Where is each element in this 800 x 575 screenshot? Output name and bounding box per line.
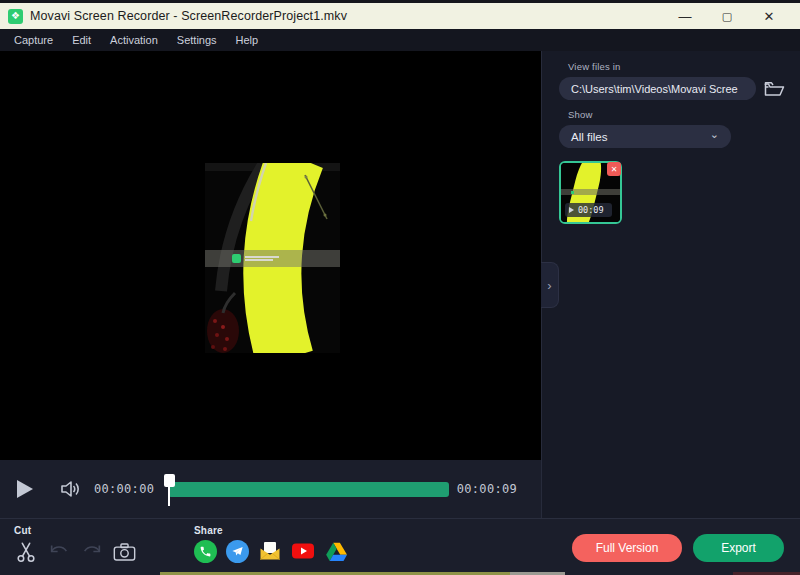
video-preview-canvas — [0, 51, 541, 460]
youtube-icon[interactable] — [291, 539, 315, 563]
export-button[interactable]: Export — [693, 534, 784, 562]
playhead[interactable] — [164, 474, 175, 506]
player-column: 00:00:00 00:00:09 › — [0, 51, 542, 518]
chevron-right-icon: › — [547, 279, 551, 292]
redo-button[interactable] — [80, 540, 103, 563]
sidebar-collapse-handle[interactable]: › — [541, 262, 559, 308]
thumbnail-watermark — [561, 189, 620, 195]
watermark-logo-icon — [232, 254, 241, 263]
watermark-text-lines — [245, 254, 279, 263]
play-button[interactable] — [16, 479, 34, 499]
progress-bar[interactable] — [168, 482, 449, 497]
open-folder-icon[interactable] — [764, 80, 785, 98]
files-sidebar: View files in C:\Users\tim\Videos\Movavi… — [542, 51, 799, 518]
app-window: ❖ Movavi Screen Recorder - ScreenRecorde… — [0, 0, 800, 575]
clip-thumbnail[interactable]: ✕ 00:09 — [559, 161, 622, 224]
undo-button[interactable] — [47, 540, 70, 563]
current-time: 00:00:00 — [94, 482, 154, 496]
clip-duration-badge: 00:09 — [565, 203, 612, 217]
total-time: 00:00:09 — [457, 482, 517, 496]
menu-settings[interactable]: Settings — [177, 34, 217, 46]
menu-capture[interactable]: Capture — [14, 34, 53, 46]
edit-tools-group: Cut — [14, 525, 136, 563]
whatsapp-icon[interactable] — [194, 540, 217, 563]
playback-controls: 00:00:00 00:00:09 — [0, 460, 541, 518]
timeline[interactable] — [166, 482, 449, 497]
remove-clip-button[interactable]: ✕ — [607, 162, 621, 176]
play-badge-icon — [569, 207, 574, 213]
menu-help[interactable]: Help — [236, 34, 259, 46]
folder-path-value: C:\Users\tim\Videos\Movavi Scree — [571, 83, 738, 95]
window-controls: — ▢ ✕ — [664, 5, 790, 28]
screenshot-camera-button[interactable] — [113, 540, 136, 563]
menu-bar: Capture Edit Activation Settings Help — [0, 29, 800, 51]
clip-duration: 00:09 — [578, 205, 604, 215]
action-buttons: Full Version Export — [572, 534, 784, 562]
path-row: C:\Users\tim\Videos\Movavi Scree — [559, 77, 785, 100]
title-bar: ❖ Movavi Screen Recorder - ScreenRecorde… — [0, 3, 800, 29]
movavi-watermark — [205, 250, 340, 267]
files-filter-dropdown[interactable]: All files ⌄ — [559, 125, 731, 148]
view-files-label: View files in — [568, 61, 785, 72]
window-title: Movavi Screen Recorder - ScreenRecorderP… — [30, 9, 347, 23]
video-frame — [205, 163, 340, 353]
google-drive-icon[interactable] — [324, 539, 348, 563]
menu-edit[interactable]: Edit — [72, 34, 91, 46]
email-icon[interactable] — [258, 539, 282, 563]
volume-icon[interactable] — [60, 479, 82, 499]
show-label: Show — [568, 109, 785, 120]
telegram-icon[interactable] — [226, 540, 249, 563]
movavi-app-icon: ❖ — [8, 9, 23, 24]
menu-activation[interactable]: Activation — [110, 34, 158, 46]
cut-scissors-button[interactable] — [14, 540, 37, 563]
share-label: Share — [194, 525, 348, 536]
main-content: 00:00:00 00:00:09 › View files in C:\Use… — [0, 51, 800, 518]
maximize-button[interactable]: ▢ — [706, 5, 748, 28]
folder-path-input[interactable]: C:\Users\tim\Videos\Movavi Scree — [559, 77, 756, 100]
chevron-down-icon: ⌄ — [710, 128, 719, 141]
bottom-toolbar: Cut — [0, 518, 800, 572]
minimize-button[interactable]: — — [664, 5, 706, 28]
files-filter-value: All files — [571, 131, 607, 143]
full-version-button[interactable]: Full Version — [572, 534, 682, 562]
share-group: Share — [194, 525, 348, 563]
close-button[interactable]: ✕ — [748, 5, 790, 28]
cut-label: Cut — [14, 525, 136, 536]
